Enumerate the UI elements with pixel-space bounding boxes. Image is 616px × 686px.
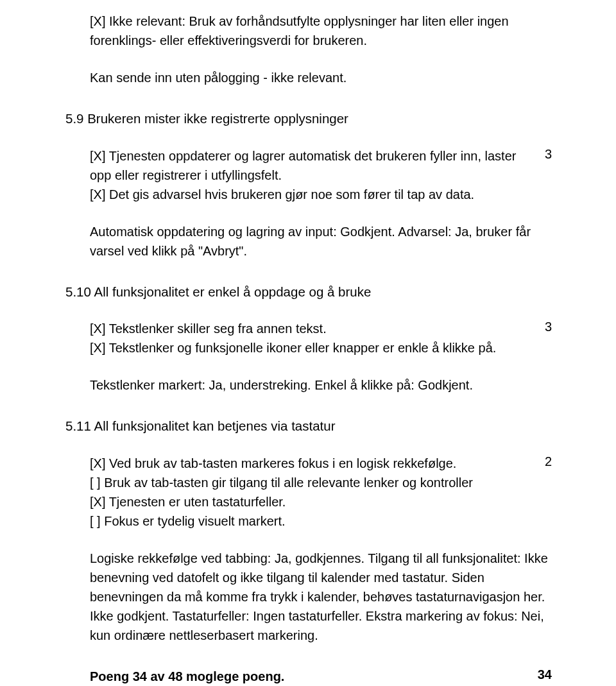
criterion-text: [ ] Bruk av tab-tasten gir tilgang til a… xyxy=(90,473,552,492)
section-5-10-body: [X] Tekstlenker skiller seg fra annen te… xyxy=(65,319,552,395)
section-note: Logiske rekkefølge ved tabbing: Ja, godk… xyxy=(90,549,552,645)
intro-line-1: [X] Ikke relevant: Bruk av forhåndsutfyl… xyxy=(90,12,552,50)
criterion-text: [X] Tekstlenker og funksjonelle ikoner e… xyxy=(90,338,552,357)
section-score: 3 xyxy=(536,319,552,334)
criterion-text: [X] Det gis advarsel hvis brukeren gjør … xyxy=(90,185,552,204)
criterion-text: [X] Tjenesten oppdaterer og lagrer autom… xyxy=(90,146,536,185)
section-5-9-body: [X] Tjenesten oppdaterer og lagrer autom… xyxy=(65,146,552,261)
document-page: [X] Ikke relevant: Bruk av forhåndsutfyl… xyxy=(0,0,616,686)
intro-block: [X] Ikke relevant: Bruk av forhåndsutfyl… xyxy=(65,12,552,87)
footer-total: Poeng 34 av 48 moglege poeng. 34 xyxy=(65,667,552,686)
criterion-text: [ ] Fokus er tydelig visuelt markert. xyxy=(90,511,552,531)
criterion-text: [X] Tekstlenker skiller seg fra annen te… xyxy=(90,319,536,338)
criterion-text: [X] Tjenesten er uten tastaturfeller. xyxy=(90,492,552,511)
section-score: 2 xyxy=(536,454,552,469)
section-5-11-title: 5.11 All funksjonalitet kan betjenes via… xyxy=(65,416,552,436)
section-5-10-title: 5.10 All funksjonalitet er enkel å oppda… xyxy=(65,282,552,302)
total-label: Poeng 34 av 48 moglege poeng. xyxy=(90,667,536,686)
section-score: 3 xyxy=(536,146,552,162)
total-score: 34 xyxy=(536,667,552,682)
section-note: Tekstlenker markert: Ja, understreking. … xyxy=(90,375,552,395)
section-note: Automatisk oppdatering og lagring av inp… xyxy=(90,222,552,261)
criterion-text: [X] Ved bruk av tab-tasten markeres foku… xyxy=(90,454,536,473)
section-5-9-title: 5.9 Brukeren mister ikke registrerte opp… xyxy=(65,109,552,128)
intro-line-2: Kan sende inn uten pålogging - ikke rele… xyxy=(90,68,552,87)
section-5-11-body: [X] Ved bruk av tab-tasten markeres foku… xyxy=(65,454,552,645)
